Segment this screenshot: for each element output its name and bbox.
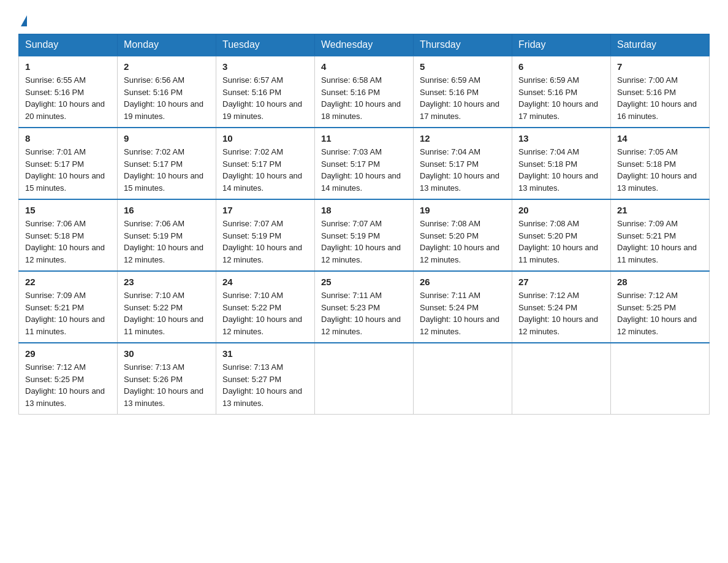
day-info: Sunrise: 7:12 AMSunset: 5:25 PMDaylight:… [617, 291, 697, 336]
day-number: 27 [518, 277, 604, 287]
day-info: Sunrise: 6:55 AMSunset: 5:16 PMDaylight:… [25, 75, 105, 121]
day-info: Sunrise: 7:04 AMSunset: 5:17 PMDaylight:… [420, 147, 499, 193]
calendar-table: SundayMondayTuesdayWednesdayThursdayFrid… [18, 34, 710, 415]
calendar-day-header: Tuesday [216, 34, 315, 56]
calendar-day-cell: 27 Sunrise: 7:12 AMSunset: 5:24 PMDaylig… [512, 271, 611, 343]
calendar-week-row: 8 Sunrise: 7:01 AMSunset: 5:17 PMDayligh… [19, 128, 710, 199]
day-number: 13 [518, 133, 604, 144]
day-info: Sunrise: 7:09 AMSunset: 5:21 PMDaylight:… [25, 291, 105, 336]
calendar-week-row: 1 Sunrise: 6:55 AMSunset: 5:16 PMDayligh… [19, 56, 710, 128]
calendar-day-cell: 12 Sunrise: 7:04 AMSunset: 5:17 PMDaylig… [414, 128, 512, 199]
day-info: Sunrise: 7:08 AMSunset: 5:20 PMDaylight:… [518, 219, 598, 264]
day-info: Sunrise: 7:10 AMSunset: 5:22 PMDaylight:… [124, 291, 203, 336]
day-info: Sunrise: 7:11 AMSunset: 5:23 PMDaylight:… [321, 291, 401, 336]
day-number: 8 [25, 133, 111, 144]
calendar-week-row: 29 Sunrise: 7:12 AMSunset: 5:25 PMDaylig… [19, 343, 710, 415]
day-number: 16 [124, 205, 210, 215]
calendar-day-cell: 8 Sunrise: 7:01 AMSunset: 5:17 PMDayligh… [19, 128, 118, 199]
day-info: Sunrise: 7:11 AMSunset: 5:24 PMDaylight:… [420, 291, 499, 336]
day-info: Sunrise: 7:07 AMSunset: 5:19 PMDaylight:… [222, 219, 302, 264]
calendar-day-cell: 23 Sunrise: 7:10 AMSunset: 5:22 PMDaylig… [118, 271, 216, 343]
calendar-day-cell: 22 Sunrise: 7:09 AMSunset: 5:21 PMDaylig… [19, 271, 118, 343]
page-header [18, 12, 710, 28]
day-number: 24 [222, 277, 308, 287]
day-number: 22 [25, 277, 111, 287]
day-number: 18 [321, 205, 407, 215]
day-number: 15 [25, 205, 111, 215]
calendar-day-cell: 6 Sunrise: 6:59 AMSunset: 5:16 PMDayligh… [512, 56, 611, 128]
day-info: Sunrise: 7:10 AMSunset: 5:22 PMDaylight:… [222, 291, 302, 336]
calendar-day-header: Sunday [19, 34, 118, 56]
calendar-day-cell: 31 Sunrise: 7:13 AMSunset: 5:27 PMDaylig… [216, 343, 315, 415]
day-number: 10 [222, 133, 308, 144]
day-info: Sunrise: 6:58 AMSunset: 5:16 PMDaylight:… [321, 75, 401, 121]
day-number: 4 [321, 61, 407, 72]
day-number: 2 [124, 61, 210, 72]
calendar-day-header: Thursday [414, 34, 512, 56]
calendar-day-header: Saturday [611, 34, 710, 56]
calendar-day-cell: 9 Sunrise: 7:02 AMSunset: 5:17 PMDayligh… [118, 128, 216, 199]
day-number: 1 [25, 61, 111, 72]
day-number: 11 [321, 133, 407, 144]
day-info: Sunrise: 7:09 AMSunset: 5:21 PMDaylight:… [617, 219, 697, 264]
calendar-day-cell: 11 Sunrise: 7:03 AMSunset: 5:17 PMDaylig… [315, 128, 414, 199]
day-info: Sunrise: 7:13 AMSunset: 5:26 PMDaylight:… [124, 362, 203, 408]
calendar-day-cell: 10 Sunrise: 7:02 AMSunset: 5:17 PMDaylig… [216, 128, 315, 199]
calendar-day-cell: 18 Sunrise: 7:07 AMSunset: 5:19 PMDaylig… [315, 199, 414, 271]
day-number: 14 [617, 133, 703, 144]
calendar-day-cell: 26 Sunrise: 7:11 AMSunset: 5:24 PMDaylig… [414, 271, 512, 343]
calendar-day-cell [315, 343, 414, 415]
day-number: 20 [518, 205, 604, 215]
calendar-day-cell: 30 Sunrise: 7:13 AMSunset: 5:26 PMDaylig… [118, 343, 216, 415]
day-info: Sunrise: 7:12 AMSunset: 5:24 PMDaylight:… [518, 291, 598, 336]
calendar-day-header: Wednesday [315, 34, 414, 56]
day-number: 21 [617, 205, 703, 215]
calendar-day-cell: 19 Sunrise: 7:08 AMSunset: 5:20 PMDaylig… [414, 199, 512, 271]
day-info: Sunrise: 7:08 AMSunset: 5:20 PMDaylight:… [420, 219, 499, 264]
day-number: 6 [518, 61, 604, 72]
day-info: Sunrise: 6:57 AMSunset: 5:16 PMDaylight:… [222, 75, 302, 121]
day-info: Sunrise: 7:02 AMSunset: 5:17 PMDaylight:… [222, 147, 302, 193]
day-info: Sunrise: 7:06 AMSunset: 5:18 PMDaylight:… [25, 219, 105, 264]
day-number: 7 [617, 61, 703, 72]
day-number: 12 [420, 133, 506, 144]
day-number: 9 [124, 133, 210, 144]
calendar-day-cell [414, 343, 512, 415]
calendar-day-cell: 4 Sunrise: 6:58 AMSunset: 5:16 PMDayligh… [315, 56, 414, 128]
calendar-day-cell: 29 Sunrise: 7:12 AMSunset: 5:25 PMDaylig… [19, 343, 118, 415]
calendar-day-cell: 25 Sunrise: 7:11 AMSunset: 5:23 PMDaylig… [315, 271, 414, 343]
calendar-day-cell: 28 Sunrise: 7:12 AMSunset: 5:25 PMDaylig… [611, 271, 710, 343]
day-info: Sunrise: 7:12 AMSunset: 5:25 PMDaylight:… [25, 362, 105, 408]
day-info: Sunrise: 6:56 AMSunset: 5:16 PMDaylight:… [124, 75, 203, 121]
calendar-day-header: Friday [512, 34, 611, 56]
calendar-day-cell: 5 Sunrise: 6:59 AMSunset: 5:16 PMDayligh… [414, 56, 512, 128]
calendar-day-cell: 2 Sunrise: 6:56 AMSunset: 5:16 PMDayligh… [118, 56, 216, 128]
calendar-day-cell: 21 Sunrise: 7:09 AMSunset: 5:21 PMDaylig… [611, 199, 710, 271]
day-number: 30 [124, 348, 210, 359]
calendar-day-cell: 3 Sunrise: 6:57 AMSunset: 5:16 PMDayligh… [216, 56, 315, 128]
logo-triangle-icon [21, 15, 27, 26]
day-info: Sunrise: 7:07 AMSunset: 5:19 PMDaylight:… [321, 219, 401, 264]
day-number: 19 [420, 205, 506, 215]
calendar-day-cell: 20 Sunrise: 7:08 AMSunset: 5:20 PMDaylig… [512, 199, 611, 271]
day-number: 5 [420, 61, 506, 72]
day-number: 17 [222, 205, 308, 215]
day-info: Sunrise: 7:01 AMSunset: 5:17 PMDaylight:… [25, 147, 105, 193]
day-number: 31 [222, 348, 308, 359]
day-info: Sunrise: 6:59 AMSunset: 5:16 PMDaylight:… [420, 75, 499, 121]
calendar-header-row: SundayMondayTuesdayWednesdayThursdayFrid… [19, 34, 710, 56]
calendar-day-cell: 16 Sunrise: 7:06 AMSunset: 5:19 PMDaylig… [118, 199, 216, 271]
day-number: 26 [420, 277, 506, 287]
day-info: Sunrise: 7:06 AMSunset: 5:19 PMDaylight:… [124, 219, 203, 264]
day-number: 28 [617, 277, 703, 287]
calendar-day-cell: 15 Sunrise: 7:06 AMSunset: 5:18 PMDaylig… [19, 199, 118, 271]
calendar-day-cell: 1 Sunrise: 6:55 AMSunset: 5:16 PMDayligh… [19, 56, 118, 128]
calendar-week-row: 22 Sunrise: 7:09 AMSunset: 5:21 PMDaylig… [19, 271, 710, 343]
calendar-day-cell [611, 343, 710, 415]
day-info: Sunrise: 6:59 AMSunset: 5:16 PMDaylight:… [518, 75, 598, 121]
calendar-day-cell [512, 343, 611, 415]
calendar-week-row: 15 Sunrise: 7:06 AMSunset: 5:18 PMDaylig… [19, 199, 710, 271]
day-info: Sunrise: 7:00 AMSunset: 5:16 PMDaylight:… [617, 75, 697, 121]
logo [18, 12, 27, 28]
calendar-day-cell: 14 Sunrise: 7:05 AMSunset: 5:18 PMDaylig… [611, 128, 710, 199]
